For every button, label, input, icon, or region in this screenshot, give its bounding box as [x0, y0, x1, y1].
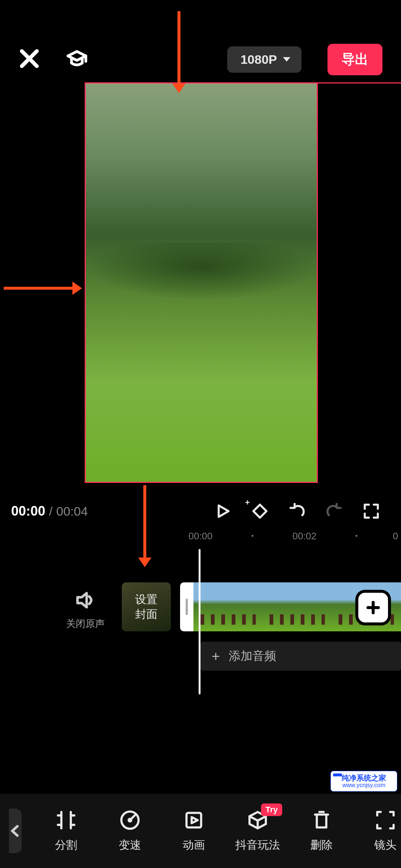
tool-label: 镜头 — [374, 838, 397, 853]
ruler-tick: 0 — [393, 530, 398, 542]
add-clip-button[interactable] — [358, 593, 388, 622]
bottom-toolbar: 分割 变速 动画 Try 抖音玩法 删除 镜头 — [0, 794, 401, 868]
try-badge: Try — [261, 803, 282, 816]
tool-label: 删除 — [310, 838, 333, 853]
tool-split[interactable]: 分割 — [44, 809, 88, 853]
ruler-dot — [356, 535, 358, 537]
annotation-arrow-top — [177, 11, 180, 83]
add-audio-label: 添加音频 — [229, 648, 276, 664]
tool-lens[interactable]: 镜头 — [363, 809, 401, 853]
svg-rect-7 — [186, 813, 201, 827]
set-cover-button[interactable]: 设置 封面 — [122, 582, 171, 631]
tool-delete[interactable]: 删除 — [299, 809, 344, 853]
annotation-arrow-left — [4, 287, 72, 290]
mute-original-audio-button[interactable]: 关闭原声 — [59, 590, 111, 630]
total-duration: 00:04 — [56, 504, 88, 519]
close-button[interactable] — [19, 48, 40, 71]
video-preview[interactable] — [85, 82, 318, 483]
playhead[interactable] — [199, 549, 200, 694]
ruler-tick: 00:02 — [292, 530, 316, 542]
keyframe-button[interactable]: + — [241, 500, 278, 522]
tool-label: 变速 — [119, 838, 141, 853]
tool-label: 抖音玩法 — [235, 838, 280, 853]
current-time: 00:00 — [11, 503, 45, 519]
tool-label: 分割 — [55, 838, 77, 853]
play-button[interactable] — [204, 500, 241, 522]
time-indicator: 00:00 / 00:04 — [11, 503, 88, 519]
clip-thumbnail — [263, 582, 332, 631]
chevron-down-icon — [283, 57, 290, 62]
tool-label: 动画 — [183, 838, 205, 853]
fullscreen-button[interactable] — [353, 500, 390, 522]
resolution-selector[interactable]: 1080P — [227, 46, 301, 73]
watermark: 纯净系统之家 www.ycnjsy.com — [330, 771, 397, 792]
plus-icon: + — [212, 648, 220, 664]
tool-douyin-effects[interactable]: Try 抖音玩法 — [235, 809, 280, 853]
clip-thumbnail — [193, 582, 263, 631]
ruler-tick: 00:00 — [188, 530, 212, 542]
undo-button[interactable] — [278, 500, 316, 522]
plus-icon: + — [245, 498, 250, 507]
ruler-dot — [252, 535, 254, 537]
tool-speed[interactable]: 变速 — [108, 809, 152, 853]
add-audio-track[interactable]: + 添加音频 — [200, 642, 401, 671]
redo-button[interactable] — [316, 500, 353, 522]
preview-image — [86, 83, 317, 482]
mute-label: 关闭原声 — [59, 617, 111, 630]
clip-left-handle[interactable] — [180, 582, 193, 631]
tutorial-button[interactable] — [66, 48, 88, 71]
resolution-label: 1080P — [241, 52, 277, 67]
back-button[interactable] — [9, 809, 22, 853]
svg-point-6 — [129, 819, 131, 821]
tool-animation[interactable]: 动画 — [172, 809, 216, 853]
timeline-ruler[interactable]: 00:00 00:02 0 — [0, 530, 401, 549]
preview-edge-guide — [318, 82, 401, 83]
export-button[interactable]: 导出 — [327, 44, 382, 75]
